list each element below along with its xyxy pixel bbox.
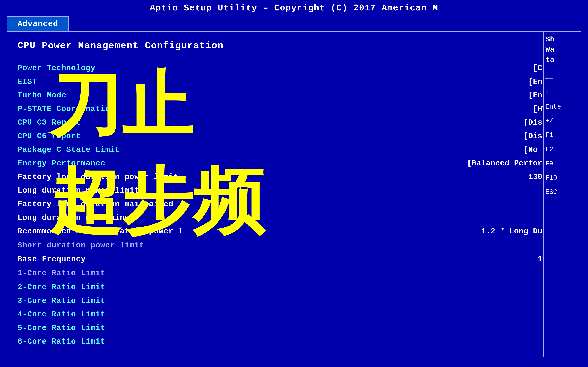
setting-row-long-maintained[interactable]: Long duration maintained 0 — [17, 211, 571, 225]
setting-label-base-freq: Base Frequency — [17, 255, 86, 264]
setting-row-2core[interactable]: 2-Core Ratio Limit 0 — [17, 280, 571, 294]
setting-row-long-duration[interactable]: Long duration power limit 0 — [17, 184, 571, 197]
setting-row-3core[interactable]: 3-Core Ratio Limit 0 — [17, 294, 571, 308]
setting-label-3core: 3-Core Ratio Limit — [17, 296, 105, 305]
setting-label-package-c: Package C State Limit — [17, 145, 120, 154]
sidebar-divider — [545, 67, 579, 68]
setting-label-recommended-short: Recommended short duration power l — [17, 227, 183, 236]
setting-label-power-technology: Power Technology — [17, 64, 95, 73]
sidebar-section2-title: Wa — [545, 45, 579, 54]
setting-row-1core[interactable]: 1-Core Ratio Limit 0 — [17, 266, 571, 280]
setting-row-recommended-short: Recommended short duration power l 1.2 *… — [17, 225, 571, 238]
title-text: Aptio Setup Utility – Copyright (C) 2017… — [150, 3, 438, 13]
setting-label-2core: 2-Core Ratio Limit — [17, 283, 105, 292]
setting-row-cpu-c6[interactable]: CPU C6 report [Disabled] — [17, 129, 571, 143]
setting-row-eist[interactable]: EIST [Enabled] — [17, 75, 571, 89]
setting-row-short-duration[interactable]: Short duration power limit 0 — [17, 238, 571, 252]
setting-label-cpu-c3: CPU C3 Report — [17, 118, 81, 127]
right-sidebar: Sh Wa ta →←: ↑↓: Ente +/-: F1: F2: F9: F… — [543, 32, 581, 357]
sidebar-section1-title: Sh — [545, 35, 579, 44]
tab-bar: Advanced — [0, 16, 588, 31]
sidebar-section3-title: ta — [545, 56, 579, 64]
setting-label-eist: EIST — [17, 77, 37, 86]
setting-label-cpu-c6: CPU C6 report — [17, 132, 81, 141]
key-updown: ↑↓: — [545, 85, 579, 100]
setting-row-base-freq: Base Frequency 133 MHz — [17, 252, 571, 266]
key-esc: ESC: — [545, 185, 579, 199]
tab-advanced[interactable]: Advanced — [7, 16, 69, 31]
key-arrows: →←: — [545, 71, 579, 85]
key-f10: F10: — [545, 171, 579, 185]
setting-label-6core: 6-Core Ratio Limit — [17, 337, 105, 346]
key-f2: F2: — [545, 142, 579, 157]
setting-label-short-duration: Short duration power limit — [17, 241, 144, 250]
setting-row-factory-long-maintained: Factory long duration maintained 10 s — [17, 197, 571, 211]
setting-label-pstate: P-STATE Coordination — [17, 105, 115, 113]
sidebar-keys: →←: ↑↓: Ente +/-: F1: F2: F9: F10: ESC: — [545, 71, 579, 199]
setting-row-4core[interactable]: 4-Core Ratio Limit 0 — [17, 308, 571, 321]
setting-label-factory-long: Factory long duration power limit — [17, 173, 178, 182]
setting-label-long-maintained: Long duration maintained — [17, 213, 135, 222]
setting-row-power-technology[interactable]: Power Technology [Custom] — [17, 61, 571, 75]
setting-row-pstate[interactable]: P-STATE Coordination [HW_ALL] — [17, 102, 571, 116]
settings-table: Power Technology [Custom] EIST [Enabled]… — [17, 61, 571, 349]
section-title: CPU Power Management Configuration — [17, 40, 571, 51]
setting-row-energy-perf[interactable]: Energy Performance [Balanced Performance… — [17, 157, 571, 170]
key-plusminus: +/-: — [545, 114, 579, 128]
setting-row-cpu-c3[interactable]: CPU C3 Report [Disabled] — [17, 116, 571, 129]
key-f9: F9: — [545, 157, 579, 171]
setting-row-package-c[interactable]: Package C State Limit [No Limit] — [17, 143, 571, 157]
setting-label-4core: 4-Core Ratio Limit — [17, 310, 105, 319]
setting-label-energy-perf: Energy Performance — [17, 159, 105, 168]
setting-row-turbo-mode[interactable]: Turbo Mode [Enabled] — [17, 89, 571, 102]
title-bar: Aptio Setup Utility – Copyright (C) 2017… — [0, 0, 588, 16]
key-f1: F1: — [545, 128, 579, 142]
setting-label-long-duration: Long duration power limit — [17, 186, 139, 195]
setting-label-1core: 1-Core Ratio Limit — [17, 269, 105, 278]
setting-row-5core[interactable]: 5-Core Ratio Limit 0 — [17, 321, 571, 335]
key-enter: Ente — [545, 100, 579, 114]
setting-label-5core: 5-Core Ratio Limit — [17, 324, 105, 333]
setting-label-turbo-mode: Turbo Mode — [17, 91, 66, 100]
main-content: CPU Power Management Configuration Power… — [7, 31, 581, 358]
setting-row-factory-long: Factory long duration power limit 130 Wa… — [17, 170, 571, 184]
setting-label-factory-long-maintained: Factory long duration maintained — [17, 200, 173, 209]
setting-row-6core[interactable]: 6-Core Ratio Limit 0 — [17, 335, 571, 349]
